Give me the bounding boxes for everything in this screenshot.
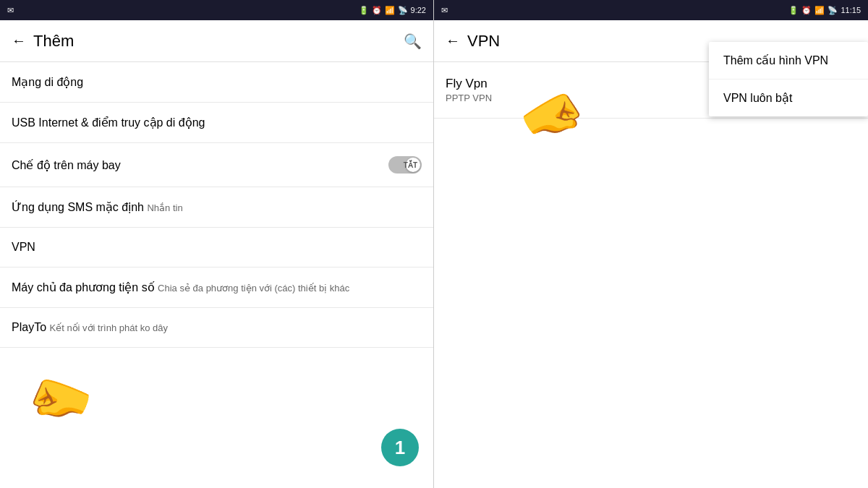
left-header: ← Thêm 🔍	[0, 20, 433, 62]
battery-icon: 🔋	[359, 6, 369, 15]
right-alarm-icon: ⏰	[801, 6, 812, 15]
right-time: 11:15	[841, 6, 861, 14]
right-signal-icon: 📡	[827, 6, 838, 15]
airplane-mode-toggle[interactable]: TẮT	[388, 156, 422, 174]
media-server-item[interactable]: Máy chủ đa phương tiện số Chia sẻ đa phư…	[0, 267, 433, 308]
right-status-bar: ✉ 🔋 ⏰ 📶 📡 11:15	[434, 0, 868, 20]
alarm-icon: ⏰	[372, 6, 382, 15]
left-phone-panel: ✉ 🔋 ⏰ 📶 📡 9:22 ← Thêm 🔍 Mạng di động USB…	[0, 0, 434, 488]
message-icon: ✉	[7, 6, 14, 15]
left-status-bar: ✉ 🔋 ⏰ 📶 📡 9:22	[0, 0, 433, 20]
right-wifi-icon: 📶	[814, 6, 825, 15]
playto-subtitle: Kết nối với trình phát ko dây	[49, 322, 167, 333]
vpn-dropdown-menu: Thêm cấu hình VPN VPN luôn bật	[709, 42, 868, 116]
usb-internet-item[interactable]: USB Internet & điểm truy cập di động	[0, 103, 433, 143]
playto-title: PlayTo	[12, 321, 46, 333]
right-back-button[interactable]: ←	[446, 33, 460, 49]
airplane-mode-title: Chế độ trên máy bay	[12, 158, 121, 172]
default-sms-item[interactable]: Ứng dụng SMS mặc định Nhắn tin	[0, 187, 433, 228]
signal-icon: 📡	[398, 6, 408, 15]
right-status-right: 🔋 ⏰ 📶 📡 11:15	[788, 6, 861, 15]
left-time: 9:22	[411, 6, 426, 14]
left-search-button[interactable]: 🔍	[404, 33, 422, 50]
wifi-icon: 📶	[385, 6, 395, 15]
left-status-icons: ✉	[7, 6, 14, 15]
media-server-subtitle: Chia sẻ đa phương tiện với (các) thiết b…	[158, 283, 349, 294]
right-phone-panel: ✉ 🔋 ⏰ 📶 📡 11:15 ← VPN Fly Vpn PPTP VPN T…	[434, 0, 868, 488]
always-on-vpn-item[interactable]: VPN luôn bật	[709, 80, 868, 116]
media-server-title: Máy chủ đa phương tiện số	[12, 281, 155, 294]
left-back-button[interactable]: ←	[12, 33, 26, 49]
right-header-title: VPN	[467, 32, 500, 51]
vpn-content: Fly Vpn PPTP VPN	[434, 62, 868, 488]
usb-internet-title: USB Internet & điểm truy cập di động	[12, 116, 205, 129]
toggle-off-label: TẮT	[404, 161, 417, 169]
vpn-title: VPN	[12, 241, 35, 253]
left-status-right: 🔋 ⏰ 📶 📡 9:22	[359, 6, 426, 15]
add-vpn-config-item[interactable]: Thêm cấu hình VPN	[709, 42, 868, 80]
right-status-icons: ✉	[441, 6, 448, 15]
right-header-left: ← VPN	[446, 32, 500, 51]
right-battery-icon: 🔋	[788, 6, 799, 15]
mobile-network-title: Mạng di động	[12, 76, 83, 88]
default-sms-subtitle: Nhắn tin	[147, 202, 182, 213]
playto-item[interactable]: PlayTo Kết nối với trình phát ko dây	[0, 308, 433, 348]
airplane-mode-item[interactable]: Chế độ trên máy bay TẮT	[0, 143, 433, 187]
vpn-settings-item[interactable]: VPN	[0, 228, 433, 267]
mobile-network-item[interactable]: Mạng di động	[0, 62, 433, 103]
default-sms-title: Ứng dụng SMS mặc định	[12, 201, 144, 213]
left-header-left: ← Thêm	[12, 32, 74, 51]
step-badge-1: 1	[381, 429, 419, 466]
right-status-icon: ✉	[441, 6, 448, 15]
left-header-title: Thêm	[33, 32, 74, 51]
